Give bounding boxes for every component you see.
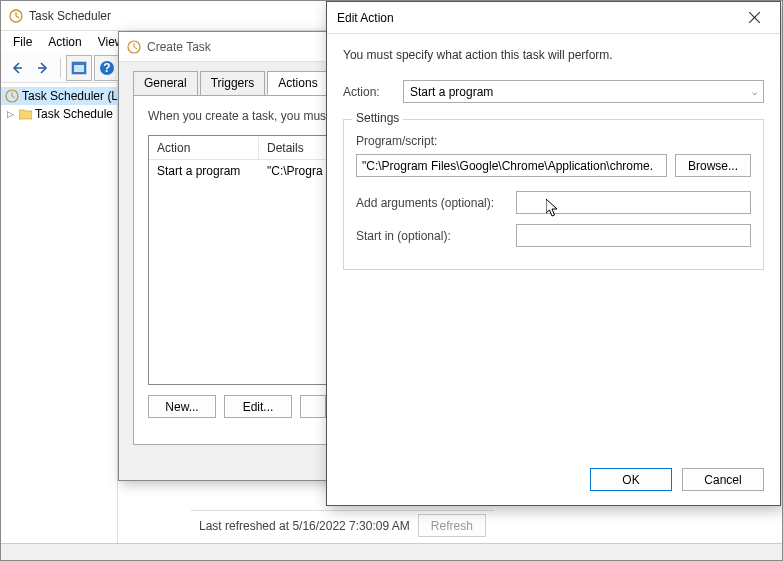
toolbar-separator <box>60 58 61 78</box>
settings-fieldset: Settings Program/script: Browse... Add a… <box>343 119 764 270</box>
task-scheduler-icon <box>127 40 141 54</box>
svg-text:?: ? <box>103 61 110 75</box>
arguments-input[interactable] <box>516 191 751 214</box>
arguments-label: Add arguments (optional): <box>356 196 506 210</box>
close-button[interactable] <box>738 5 770 31</box>
tree-child-label: Task Schedule <box>35 107 113 121</box>
tree-child[interactable]: ▷ Task Schedule <box>1 105 117 123</box>
menu-action[interactable]: Action <box>40 33 89 51</box>
settings-legend: Settings <box>352 111 403 125</box>
tab-actions[interactable]: Actions <box>267 71 328 95</box>
create-task-title: Create Task <box>147 40 211 54</box>
back-button[interactable] <box>5 56 29 80</box>
edit-action-titlebar: Edit Action <box>327 2 780 34</box>
forward-button[interactable] <box>31 56 55 80</box>
refresh-button[interactable]: Refresh <box>418 514 486 537</box>
action-combo-value: Start a program <box>410 85 493 99</box>
tree-root[interactable]: Task Scheduler (L <box>1 87 117 105</box>
row-action: Start a program <box>149 162 259 180</box>
status-text: Last refreshed at 5/16/2022 7:30:09 AM <box>199 519 410 533</box>
tree-root-label: Task Scheduler (L <box>22 89 117 103</box>
edit-action-instruction: You must specify what action this task w… <box>343 48 764 62</box>
chevron-down-icon: ⌵ <box>752 87 757 97</box>
svg-line-15 <box>12 96 15 98</box>
ok-button[interactable]: OK <box>590 468 672 491</box>
new-button[interactable]: New... <box>148 395 216 418</box>
edit-button[interactable]: Edit... <box>224 395 292 418</box>
action-combo[interactable]: Start a program ⌵ <box>403 80 764 103</box>
browse-button[interactable]: Browse... <box>675 154 751 177</box>
tree-panel: Task Scheduler (L ▷ Task Schedule <box>1 83 118 560</box>
cancel-button[interactable]: Cancel <box>682 468 764 491</box>
action-label: Action: <box>343 85 393 99</box>
col-action[interactable]: Action <box>149 137 259 159</box>
startin-input[interactable] <box>516 224 751 247</box>
task-scheduler-icon <box>9 9 23 23</box>
task-scheduler-icon <box>5 89 19 103</box>
statusbar: Last refreshed at 5/16/2022 7:30:09 AM R… <box>191 510 494 540</box>
folder-icon <box>19 109 32 120</box>
expand-icon[interactable]: ▷ <box>5 109 16 119</box>
tab-triggers[interactable]: Triggers <box>200 71 266 95</box>
edit-action-title: Edit Action <box>337 11 738 25</box>
toolbar-view-icon[interactable] <box>66 55 92 81</box>
edit-action-dialog: Edit Action You must specify what action… <box>326 1 781 506</box>
toolbar-help-icon[interactable]: ? <box>94 55 120 81</box>
startin-label: Start in (optional): <box>356 229 506 243</box>
program-label: Program/script: <box>356 134 751 148</box>
svg-line-18 <box>134 47 137 49</box>
tab-general[interactable]: General <box>133 71 198 95</box>
program-input[interactable] <box>356 154 667 177</box>
delete-button[interactable] <box>300 395 326 418</box>
bottom-bar <box>1 543 782 560</box>
svg-rect-10 <box>74 65 84 72</box>
svg-line-2 <box>16 16 19 18</box>
menu-file[interactable]: File <box>5 33 40 51</box>
